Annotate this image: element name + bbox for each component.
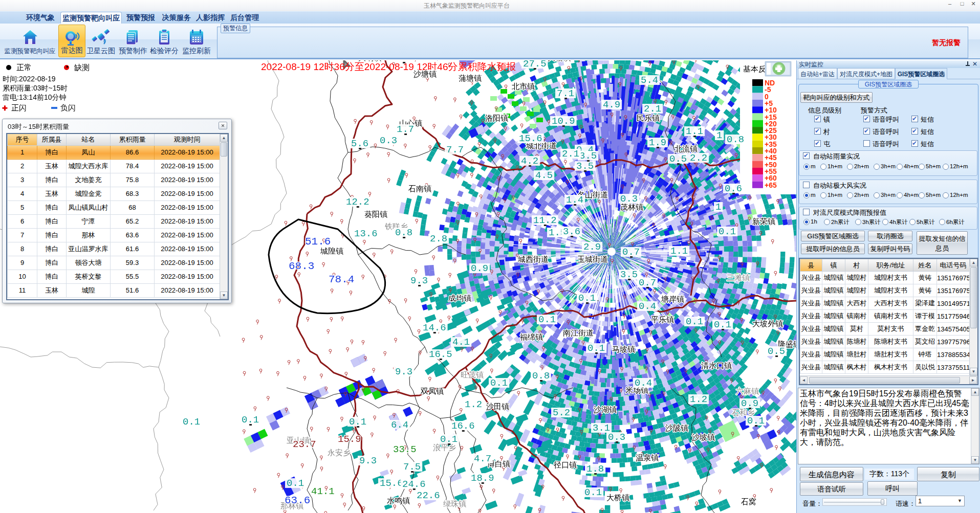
svg-text:c: c [103, 38, 106, 43]
